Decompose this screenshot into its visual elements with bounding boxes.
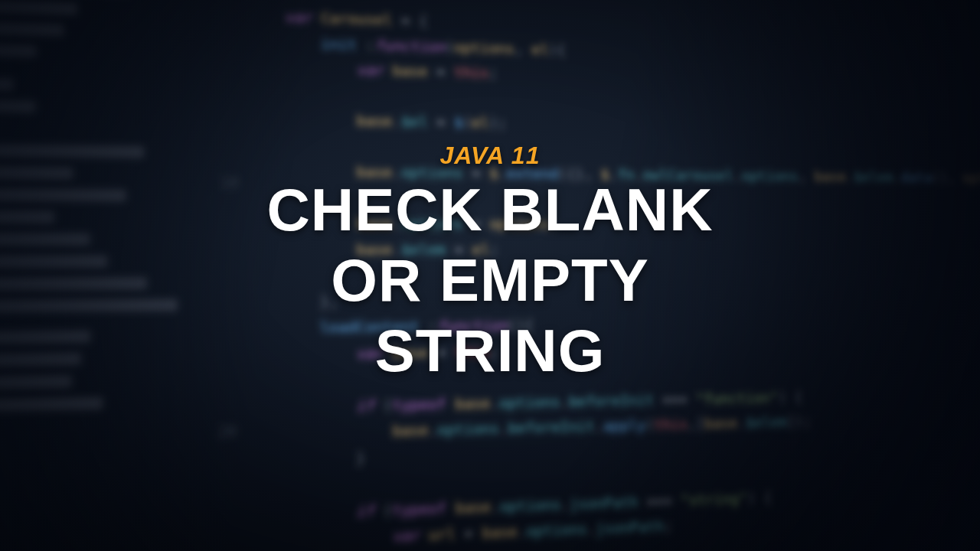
blurred-code-editor: 1 10 20 (function( $, window, document, … <box>0 0 980 551</box>
line-gutter: 1 10 20 <box>206 0 240 446</box>
hero-image: 1 10 20 (function( $, window, document, … <box>0 0 980 551</box>
file-tree <box>0 0 227 418</box>
code-area: 1 10 20 (function( $, window, document, … <box>243 0 980 551</box>
